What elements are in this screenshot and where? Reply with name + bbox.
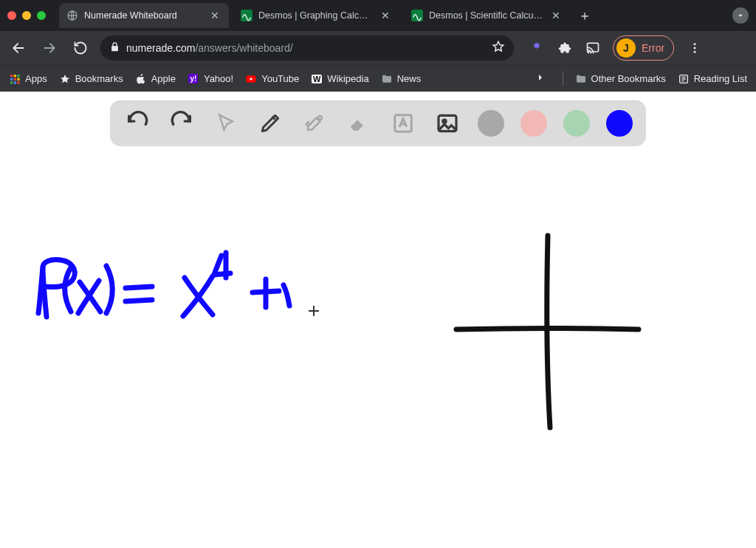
folder-icon bbox=[575, 73, 587, 85]
whiteboard-canvas[interactable] bbox=[0, 92, 756, 548]
bookmark-label: Apps bbox=[25, 73, 47, 84]
window-minimize-button[interactable] bbox=[22, 11, 31, 20]
profile-chip[interactable]: J Error bbox=[613, 35, 674, 61]
bookmark-overflow-button[interactable] bbox=[530, 72, 551, 86]
extension-icon[interactable] bbox=[529, 40, 545, 56]
forward-button[interactable] bbox=[38, 37, 61, 59]
tab-title: Desmos | Scientific Calculato bbox=[429, 10, 543, 21]
bookmark-label: Wikipedia bbox=[327, 73, 368, 84]
svg-point-4 bbox=[694, 43, 696, 45]
star-icon bbox=[59, 73, 71, 85]
svg-rect-10 bbox=[10, 78, 13, 80]
page-content bbox=[0, 92, 756, 548]
browser-toolbar: numerade.com/answers/whiteboard/ J Error bbox=[0, 31, 756, 65]
avatar: J bbox=[616, 38, 636, 58]
tab-desmos-scientific[interactable]: Desmos | Scientific Calculato ✕ bbox=[404, 3, 570, 28]
yahoo-icon: y! bbox=[188, 73, 199, 85]
globe-icon bbox=[66, 10, 78, 21]
folder-icon bbox=[381, 73, 393, 85]
divider bbox=[563, 72, 563, 86]
window-maximize-button[interactable] bbox=[37, 11, 46, 20]
svg-rect-15 bbox=[17, 81, 19, 83]
extensions-puzzle-icon[interactable] bbox=[557, 40, 573, 56]
tab-title: Desmos | Graphing Calculato bbox=[258, 10, 373, 21]
window-close-button[interactable] bbox=[7, 11, 16, 20]
apple-icon bbox=[135, 73, 147, 85]
bookmark-label: YouTube bbox=[261, 73, 299, 84]
browser-chrome: Numerade Whiteboard ✕ Desmos | Graphing … bbox=[0, 0, 756, 92]
bookmark-yahoo[interactable]: y! Yahoo! bbox=[188, 73, 233, 85]
extensions-area: J Error bbox=[529, 35, 704, 61]
axes-drawing bbox=[456, 236, 639, 428]
reload-button[interactable] bbox=[69, 37, 92, 59]
cast-icon[interactable] bbox=[585, 40, 601, 56]
profile-error-label: Error bbox=[642, 42, 664, 54]
bookmark-bookmarks[interactable]: Bookmarks bbox=[59, 73, 123, 85]
tab-desmos-graphing[interactable]: Desmos | Graphing Calculato ✕ bbox=[233, 3, 399, 28]
close-icon[interactable]: ✕ bbox=[379, 10, 392, 21]
new-tab-button[interactable]: ＋ bbox=[574, 5, 595, 26]
desmos-icon bbox=[241, 10, 252, 21]
bookmark-apps[interactable]: Apps bbox=[9, 73, 47, 85]
svg-rect-14 bbox=[14, 81, 16, 83]
tab-title: Numerade Whiteboard bbox=[84, 10, 202, 21]
avatar-initial: J bbox=[623, 42, 629, 54]
window-controls bbox=[7, 11, 46, 20]
reading-list-icon bbox=[678, 73, 690, 85]
bookmark-label: Apple bbox=[151, 73, 176, 84]
tab-numerade[interactable]: Numerade Whiteboard ✕ bbox=[59, 3, 229, 28]
svg-rect-8 bbox=[14, 75, 16, 77]
drawing-layer bbox=[0, 92, 756, 548]
bookmark-label: Reading List bbox=[694, 73, 747, 84]
url-path: /answers/whiteboard/ bbox=[195, 42, 292, 54]
tab-overflow-button[interactable] bbox=[732, 7, 749, 24]
svg-point-5 bbox=[694, 47, 696, 49]
cursor-crosshair bbox=[309, 306, 319, 316]
svg-rect-1 bbox=[241, 10, 252, 21]
wikipedia-icon: W bbox=[311, 73, 323, 85]
bookmark-label: Yahoo! bbox=[204, 73, 233, 84]
svg-rect-7 bbox=[10, 75, 13, 77]
bookmark-star-icon[interactable] bbox=[492, 40, 505, 56]
bookmark-youtube[interactable]: YouTube bbox=[245, 73, 299, 85]
back-button[interactable] bbox=[7, 37, 30, 59]
svg-rect-12 bbox=[17, 78, 19, 80]
url-host: numerade.com bbox=[126, 42, 195, 54]
apps-icon bbox=[9, 73, 21, 85]
handwriting bbox=[38, 253, 289, 317]
youtube-icon bbox=[245, 73, 257, 85]
url-text: numerade.com/answers/whiteboard/ bbox=[126, 42, 293, 54]
bookmark-bar: Apps Bookmarks Apple y! Yahoo! YouTube bbox=[0, 65, 756, 92]
lock-icon bbox=[109, 41, 120, 55]
bookmark-label: Bookmarks bbox=[75, 73, 123, 84]
tab-strip: Numerade Whiteboard ✕ Desmos | Graphing … bbox=[0, 0, 756, 31]
svg-rect-13 bbox=[10, 81, 13, 83]
bookmark-wikipedia[interactable]: W Wikipedia bbox=[311, 73, 368, 85]
close-icon[interactable]: ✕ bbox=[208, 10, 221, 21]
bookmark-label: News bbox=[397, 73, 422, 84]
desmos-icon bbox=[411, 10, 423, 21]
bookmark-apple[interactable]: Apple bbox=[135, 73, 176, 85]
svg-rect-11 bbox=[14, 78, 16, 80]
svg-point-6 bbox=[694, 51, 696, 53]
address-bar[interactable]: numerade.com/answers/whiteboard/ bbox=[100, 35, 514, 61]
bookmark-reading-list[interactable]: Reading List bbox=[678, 73, 747, 85]
browser-menu-button[interactable] bbox=[686, 41, 704, 55]
close-icon[interactable]: ✕ bbox=[549, 10, 563, 21]
svg-rect-2 bbox=[411, 10, 423, 21]
bookmark-news[interactable]: News bbox=[381, 73, 422, 85]
bookmark-other[interactable]: Other Bookmarks bbox=[575, 73, 666, 85]
svg-rect-9 bbox=[17, 75, 19, 77]
bookmark-label: Other Bookmarks bbox=[591, 73, 666, 84]
